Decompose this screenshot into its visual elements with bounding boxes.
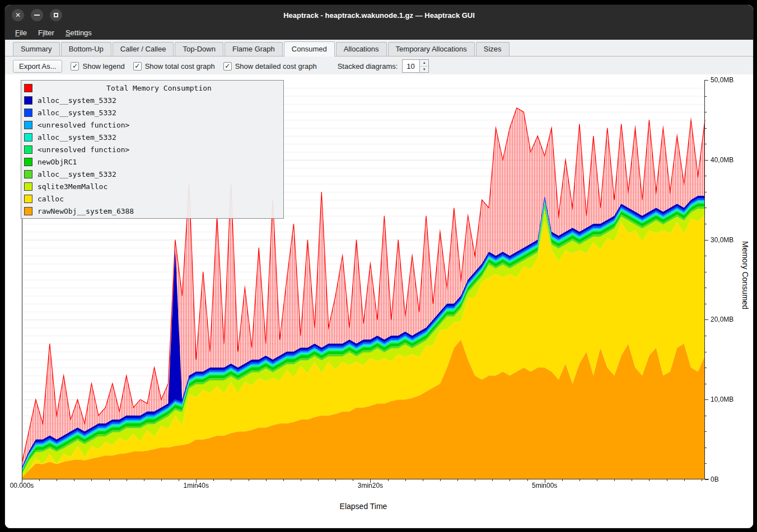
legend-color-swatch bbox=[24, 133, 32, 142]
y-axis-title: Memory Consumed bbox=[741, 241, 750, 309]
tab-temporary-allocations[interactable]: Temporary Allocations bbox=[388, 42, 475, 56]
legend-color-swatch bbox=[24, 207, 32, 215]
spin-buttons: ▲ ▼ bbox=[419, 60, 428, 72]
checkbox-show-legend[interactable]: ✓Show legend bbox=[71, 62, 124, 70]
y-tick-label: 30,0MB bbox=[711, 236, 733, 244]
tab-caller-callee[interactable]: Caller / Callee bbox=[113, 42, 174, 56]
legend-color-swatch bbox=[24, 158, 32, 166]
tab-sizes[interactable]: Sizes bbox=[476, 42, 510, 56]
chart-legend: Total Memory Consumption alloc__system_5… bbox=[21, 80, 284, 219]
toolbar: Export As... ✓Show legend✓Show total cos… bbox=[5, 57, 753, 76]
checkbox-label: Show legend bbox=[82, 62, 124, 70]
legend-row: sqlite3MemMalloc bbox=[24, 180, 281, 192]
legend-color-swatch bbox=[24, 121, 32, 129]
menu-settings[interactable]: Settings bbox=[60, 27, 97, 39]
legend-row: alloc__system_5332 bbox=[24, 94, 281, 106]
legend-label: <unresolved function> bbox=[38, 145, 129, 154]
legend-color-swatch bbox=[24, 170, 32, 178]
title-bar: ✕ Heaptrack - heaptrack.wakunode.1.gz — … bbox=[5, 5, 753, 25]
toolbar-checkboxes: ✓Show legend✓Show total cost graph✓Show … bbox=[71, 62, 316, 70]
legend-row: <unresolved function> bbox=[24, 119, 281, 131]
app-window: ✕ Heaptrack - heaptrack.wakunode.1.gz — … bbox=[4, 4, 754, 529]
menu-bar: FileFilterSettings bbox=[5, 25, 753, 40]
tab-consumed[interactable]: Consumed bbox=[284, 41, 335, 56]
tab-bar: SummaryBottom-UpCaller / CalleeTop-DownF… bbox=[5, 40, 753, 57]
legend-label: alloc__system_5332 bbox=[38, 170, 116, 178]
tab-allocations[interactable]: Allocations bbox=[336, 42, 387, 56]
y-tick-label: 20,0MB bbox=[711, 316, 733, 323]
checkbox-check-icon: ✓ bbox=[223, 62, 232, 70]
legend-row: alloc__system_5332 bbox=[24, 106, 281, 119]
x-tick-label: 00.000s bbox=[10, 482, 34, 489]
export-as-button[interactable]: Export As... bbox=[13, 60, 62, 73]
y-tick-label: 10,0MB bbox=[711, 396, 733, 403]
legend-label: alloc__system_5332 bbox=[38, 109, 116, 117]
legend-title-color-swatch bbox=[24, 84, 32, 92]
legend-row: alloc__system_5332 bbox=[24, 131, 281, 143]
checkbox-check-icon: ✓ bbox=[71, 62, 79, 70]
chart-panel: Total Memory Consumption alloc__system_5… bbox=[5, 74, 753, 528]
legend-color-swatch bbox=[24, 109, 32, 117]
stacked-diagrams-label: Stacked diagrams: bbox=[338, 62, 398, 70]
stacked-diagrams-value[interactable]: 10 bbox=[403, 60, 419, 72]
legend-label: alloc__system_5332 bbox=[38, 133, 116, 142]
legend-items: alloc__system_5332alloc__system_5332<unr… bbox=[24, 94, 281, 217]
legend-row: calloc bbox=[24, 192, 281, 205]
y-tick-label: 50,0MB bbox=[711, 76, 733, 84]
legend-color-swatch bbox=[24, 182, 32, 191]
legend-row: alloc__system_5332 bbox=[24, 168, 281, 180]
legend-title-row: Total Memory Consumption bbox=[24, 82, 281, 94]
x-axis-title: Elapsed Time bbox=[340, 502, 387, 511]
legend-label: <unresolved function> bbox=[38, 121, 129, 129]
legend-color-swatch bbox=[24, 96, 32, 105]
legend-row: newObjRC1 bbox=[24, 156, 281, 168]
x-tick-label: 1min40s bbox=[184, 482, 209, 489]
x-tick-label: 5min00s bbox=[532, 482, 557, 489]
legend-color-swatch bbox=[24, 195, 32, 203]
spin-down-button[interactable]: ▼ bbox=[420, 67, 428, 73]
menu-file[interactable]: File bbox=[10, 27, 32, 39]
stacked-diagrams-spinbox: 10 ▲ ▼ bbox=[402, 59, 429, 73]
stacked-diagrams-group: Stacked diagrams: 10 ▲ ▼ bbox=[338, 59, 429, 73]
checkbox-show-detailed-cost-graph[interactable]: ✓Show detailed cost graph bbox=[223, 62, 317, 70]
spin-up-button[interactable]: ▲ bbox=[420, 60, 428, 67]
legend-color-swatch bbox=[24, 145, 32, 154]
checkbox-show-total-cost-graph[interactable]: ✓Show total cost graph bbox=[133, 62, 215, 70]
tab-top-down[interactable]: Top-Down bbox=[175, 42, 223, 56]
y-tick-label: 0B bbox=[711, 475, 719, 483]
legend-row: rawNewObj__system_6388 bbox=[24, 205, 281, 217]
tab-flame-graph[interactable]: Flame Graph bbox=[225, 42, 283, 56]
legend-label: calloc bbox=[38, 195, 64, 203]
legend-row: <unresolved function> bbox=[24, 143, 281, 156]
tab-bottom-up[interactable]: Bottom-Up bbox=[61, 42, 111, 56]
y-tick-label: 40,0MB bbox=[711, 156, 733, 164]
legend-label: newObjRC1 bbox=[38, 158, 77, 166]
checkbox-check-icon: ✓ bbox=[133, 62, 142, 70]
legend-label: rawNewObj__system_6388 bbox=[38, 207, 134, 215]
window-title: Heaptrack - heaptrack.wakunode.1.gz — He… bbox=[5, 11, 753, 20]
x-tick-label: 3min20s bbox=[358, 482, 383, 489]
legend-label: alloc__system_5332 bbox=[38, 96, 116, 105]
checkbox-label: Show detailed cost graph bbox=[235, 62, 317, 70]
checkbox-label: Show total cost graph bbox=[145, 62, 215, 70]
tab-summary[interactable]: Summary bbox=[13, 42, 60, 56]
legend-title: Total Memory Consumption bbox=[38, 84, 281, 92]
legend-label: sqlite3MemMalloc bbox=[38, 182, 108, 191]
menu-filter[interactable]: Filter bbox=[32, 27, 60, 39]
